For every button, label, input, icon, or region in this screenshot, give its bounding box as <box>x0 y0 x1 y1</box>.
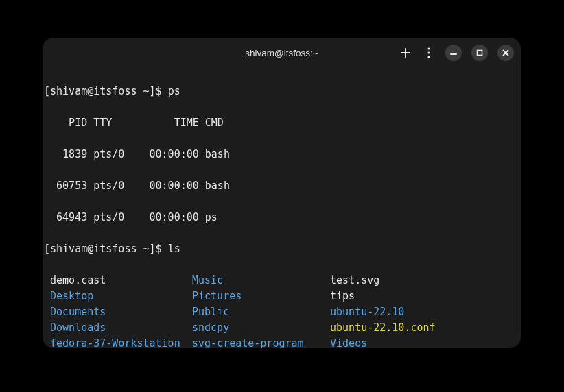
ls-item: svg-create-program <box>192 336 324 348</box>
title-controls <box>399 45 514 61</box>
cmd-ls: ls <box>168 243 180 255</box>
plus-icon <box>400 47 411 58</box>
ls-item: Music <box>192 273 324 289</box>
svg-point-2 <box>427 56 430 58</box>
prompt-line-1: [shivam@itsfoss ~]$ ps <box>44 84 521 99</box>
ls-item: Downloads <box>44 320 192 336</box>
ps-row-1: 60753 pts/0 00:00:00 bash <box>44 178 521 194</box>
ls-item: sndcpy <box>192 320 324 336</box>
window-title: shivam@itsfoss:~ <box>245 48 318 58</box>
ls-item: Desktop <box>44 289 192 304</box>
ls-row: Downloadssndcpy ubuntu-22.10.conf <box>44 320 521 336</box>
kebab-icon <box>427 47 430 58</box>
ls-row: DocumentsPublic ubuntu-22.10 <box>44 304 521 320</box>
ls-item: Videos <box>324 336 367 348</box>
close-icon <box>502 49 509 56</box>
cmd-ps: ps <box>168 85 180 97</box>
svg-rect-3 <box>478 51 482 56</box>
ls-row: DesktopPictures tips <box>44 289 521 304</box>
ls-item: Pictures <box>192 289 324 304</box>
minimize-button[interactable] <box>445 45 462 61</box>
svg-point-1 <box>427 51 430 53</box>
ls-item: Documents <box>44 304 192 320</box>
ls-item: ubuntu-22.10.conf <box>324 320 436 336</box>
menu-button[interactable] <box>422 46 436 60</box>
new-tab-button[interactable] <box>399 46 412 60</box>
maximize-icon <box>476 49 483 56</box>
ps-row-2: 64943 pts/0 00:00:00 ps <box>44 210 521 225</box>
terminal-window: shivam@itsfoss:~ [shivam@itsfoss ~]$ ps … <box>43 38 521 348</box>
ls-item: Public <box>192 304 324 320</box>
ls-output: demo.castMusic test.svg DesktopPictures … <box>44 273 521 348</box>
ps-header: PID TTY TIME CMD <box>44 115 521 131</box>
minimize-icon <box>450 49 457 56</box>
ps-row-0: 1839 pts/0 00:00:00 bash <box>44 147 521 162</box>
svg-point-0 <box>427 47 430 49</box>
ls-row: demo.castMusic test.svg <box>44 273 521 289</box>
close-button[interactable] <box>497 45 514 61</box>
titlebar: shivam@itsfoss:~ <box>43 38 521 68</box>
ls-item: tips <box>324 289 355 304</box>
ls-item: fedora-37-Workstation <box>44 336 192 348</box>
ls-item: test.svg <box>324 273 379 289</box>
terminal-body[interactable]: [shivam@itsfoss ~]$ ps PID TTY TIME CMD … <box>43 68 521 348</box>
ls-row: fedora-37-Workstationsvg-create-program … <box>44 336 521 348</box>
prompt-line-2: [shivam@itsfoss ~]$ ls <box>44 241 521 257</box>
ls-item: demo.cast <box>44 273 192 289</box>
maximize-button[interactable] <box>471 45 488 61</box>
ls-item: ubuntu-22.10 <box>324 304 404 320</box>
